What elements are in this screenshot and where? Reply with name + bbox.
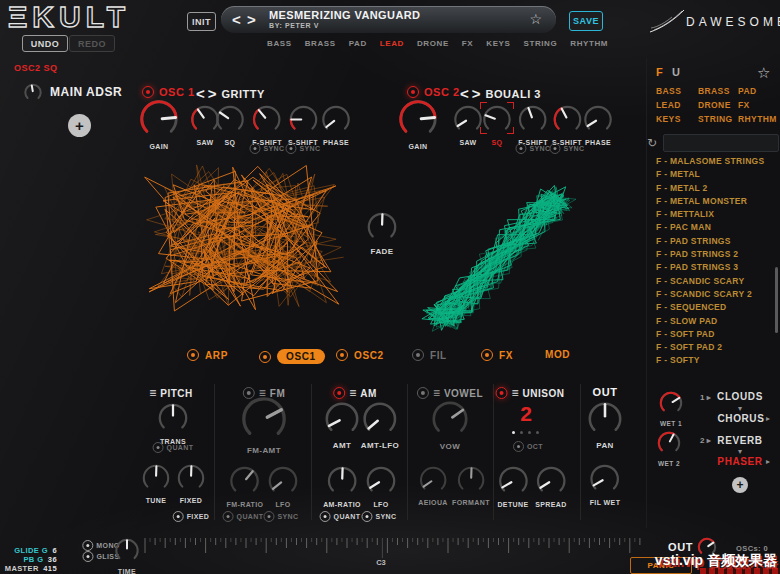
save-button[interactable]: SAVE: [569, 11, 603, 31]
formant-knob[interactable]: FORMANT: [452, 466, 490, 506]
osc2-led[interactable]: [407, 86, 419, 98]
osc2-saw-knob[interactable]: SAW: [454, 105, 483, 146]
fm-sync-toggle[interactable]: SYNC: [263, 511, 298, 522]
preset-list-item[interactable]: F - PAD STRINGS: [656, 235, 774, 248]
preset-list-item[interactable]: F - SEQUENCED: [656, 301, 774, 314]
am-lfo-knob[interactable]: LFO: [366, 466, 396, 508]
wet1-knob[interactable]: WET 1: [659, 391, 683, 427]
preset-tag-string[interactable]: STRING: [523, 39, 557, 48]
glide-time-knob[interactable]: TIME: [115, 538, 140, 574]
fx-slot-reverb[interactable]: REVERB: [717, 435, 762, 446]
wet2-knob[interactable]: WET 2: [657, 431, 681, 467]
vowel-led[interactable]: [417, 387, 429, 399]
fixed-knob[interactable]: FIXED: [177, 464, 205, 504]
osc2-s-shift-knob[interactable]: S-SHIFT: [552, 105, 582, 146]
preset-tag-fx[interactable]: FX: [462, 39, 473, 48]
fm-amt-knob[interactable]: FM-AMT: [242, 397, 286, 455]
tab-osc1-led[interactable]: [259, 351, 271, 363]
preset-list-item[interactable]: F - SCANDIC SCARY 2: [656, 288, 774, 301]
preset-tag-rhythm[interactable]: RHYTHM: [570, 39, 608, 48]
main-adsr-knob[interactable]: [24, 83, 43, 106]
fx-slot-clouds[interactable]: CLOUDS: [717, 391, 763, 402]
am-ratio-knob[interactable]: AM-RATIO: [323, 466, 361, 508]
osc1-next-model-icon[interactable]: >: [208, 85, 217, 102]
preset-list-item[interactable]: F - SOFT PAD 2: [656, 341, 774, 354]
osc1-sq-knob[interactable]: SQ: [216, 105, 245, 146]
osc1-sshift-sync-toggle[interactable]: SYNC: [285, 143, 320, 154]
fx-expand-icon-phaser[interactable]: ▸: [766, 457, 770, 466]
fx-swap-down-icon-1[interactable]: ▾: [738, 404, 742, 413]
add-modulator-button[interactable]: +: [68, 114, 91, 137]
refresh-icon[interactable]: ↻: [647, 136, 657, 150]
trans-knob[interactable]: TRANS: [158, 403, 188, 445]
am-sync-toggle[interactable]: SYNC: [361, 511, 396, 522]
am-amt-knob[interactable]: AMT: [325, 402, 359, 450]
preset-tag-drone[interactable]: DRONE: [417, 39, 449, 48]
osc2-f-shift-knob[interactable]: F-SHIFT: [518, 105, 548, 146]
osc1-s-shift-knob[interactable]: S-SHIFT: [288, 105, 318, 146]
tab-fil-led[interactable]: [412, 349, 424, 361]
vow-knob[interactable]: VOW: [432, 401, 468, 451]
pitch-fixed-toggle[interactable]: FIXED: [173, 511, 210, 522]
init-button[interactable]: INIT: [187, 12, 216, 31]
tab-osc1[interactable]: OSC1: [259, 349, 325, 364]
tab-arp[interactable]: ARP: [187, 349, 228, 361]
unison-menu-icon[interactable]: ≡: [512, 387, 519, 399]
fx-swap-down-icon-2[interactable]: ▾: [738, 447, 742, 456]
osc1-model-select[interactable]: < > GRITTY: [196, 85, 265, 102]
preset-list-item[interactable]: F - SOFTY: [656, 354, 774, 367]
osc2-fshift-sync-toggle[interactable]: SYNC: [515, 143, 550, 154]
fm-quant-toggle[interactable]: QUANT: [223, 511, 264, 522]
osc1-gain-knob[interactable]: GAIN: [140, 100, 178, 150]
fx-slot-chorus[interactable]: CHORUS: [718, 413, 765, 424]
osc1-led[interactable]: [142, 86, 154, 98]
category-brass[interactable]: BRASS: [698, 86, 738, 96]
osc2-model-select[interactable]: < > BOUALI 3: [460, 85, 541, 102]
pitch-quant-toggle[interactable]: QUANT: [153, 442, 194, 453]
unison-led[interactable]: [496, 387, 508, 399]
preset-list-item[interactable]: F - MALASOME STRINGS: [656, 155, 774, 168]
add-fx-button[interactable]: +: [732, 477, 748, 493]
tab-mod[interactable]: MOD: [545, 349, 570, 360]
fx-expand-icon-chorus[interactable]: ▸: [766, 414, 770, 423]
preset-tag-bass[interactable]: BASS: [267, 39, 292, 48]
preset-list-item[interactable]: F - PAD STRINGS 2: [656, 248, 774, 261]
fm-lfo-knob[interactable]: LFO: [268, 466, 298, 508]
vowel-module-header[interactable]: ≡ VOWEL: [417, 387, 483, 399]
tab-arp-label[interactable]: ARP: [205, 350, 228, 361]
am-amt-lfo-knob[interactable]: AMT-LFO: [361, 402, 399, 450]
fm-ratio-knob[interactable]: FM-RATIO: [227, 466, 264, 508]
tab-fx[interactable]: FX: [481, 349, 513, 361]
preset-list-item[interactable]: F - METAL MONSTER: [656, 195, 774, 208]
undo-button[interactable]: UNDO: [22, 35, 68, 52]
vowel-menu-icon[interactable]: ≡: [433, 387, 440, 399]
filter-user-button[interactable]: U: [672, 66, 680, 78]
tab-arp-led[interactable]: [187, 349, 199, 361]
tab-osc1-label[interactable]: OSC1: [277, 349, 325, 364]
am-led[interactable]: [333, 387, 345, 399]
spread-knob[interactable]: SPREAD: [535, 466, 567, 508]
osc2-gain-knob[interactable]: GAIN: [399, 100, 437, 150]
osc2-sshift-sync-toggle[interactable]: SYNC: [549, 143, 584, 154]
osc2-next-model-icon[interactable]: >: [472, 85, 481, 102]
osc1-fshift-sync-toggle[interactable]: SYNC: [249, 143, 284, 154]
preset-list-item[interactable]: F - METAL: [656, 168, 774, 181]
unison-oct-toggle[interactable]: OCT: [513, 441, 543, 452]
prev-preset-icon[interactable]: <: [232, 11, 241, 28]
redo-button[interactable]: REDO: [69, 35, 115, 52]
pitch-menu-icon[interactable]: ≡: [149, 387, 156, 399]
unison-voices-value[interactable]: 2: [520, 402, 532, 426]
category-bass[interactable]: BASS: [656, 86, 698, 96]
preset-list-item[interactable]: F - SLOW PAD: [656, 315, 774, 328]
osc2-phase-knob[interactable]: PHASE: [584, 105, 613, 146]
am-menu-icon[interactable]: ≡: [349, 387, 356, 399]
preset-browser-bar[interactable]: < > MESMERIZING VANGUARD BY: PETER V ☆: [221, 6, 556, 33]
tune-knob[interactable]: TUNE: [142, 464, 170, 504]
tab-osc2[interactable]: OSC2: [336, 349, 384, 361]
category-lead[interactable]: LEAD: [656, 100, 698, 110]
fx-slot-phaser[interactable]: PHASER: [717, 456, 762, 467]
preset-list-item[interactable]: F - METAL 2: [656, 182, 774, 195]
fil-wet-knob[interactable]: FIL WET: [590, 464, 621, 506]
aeioua-knob[interactable]: AEIOUA: [418, 466, 448, 506]
category-rhythm[interactable]: RHYTHM: [738, 114, 778, 124]
